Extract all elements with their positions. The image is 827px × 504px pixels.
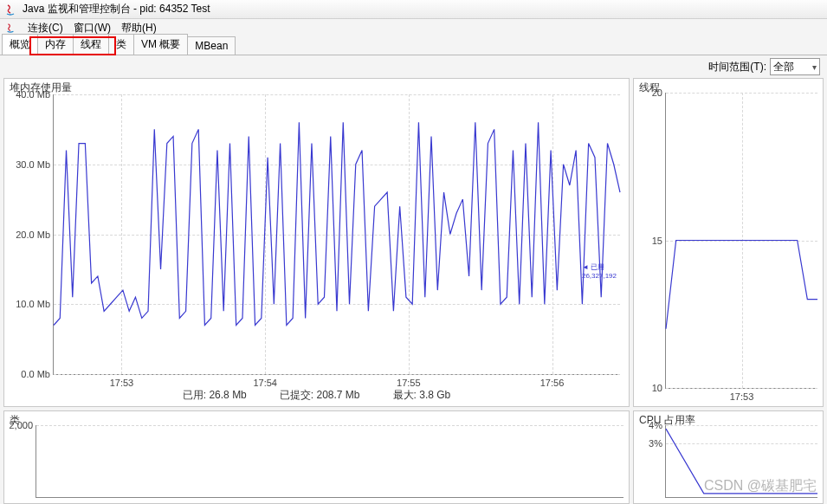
tab-threads[interactable]: 线程 [73, 34, 109, 55]
panel-heap: 堆内存使用量 0.0 Mb10.0 Mb20.0 Mb30.0 Mb40.0 M… [3, 78, 630, 407]
heap-legend: ◄ 已用26,327,192 [582, 262, 617, 280]
heap-committed: 已提交: 208.7 Mb [280, 388, 360, 403]
panel-cpu: CPU 占用率 3%4% [633, 410, 824, 504]
time-range-value: 全部 [773, 60, 794, 74]
title-bar: Java 监视和管理控制台 - pid: 64352 Test [0, 0, 827, 19]
app-icon [3, 21, 17, 35]
tab-classes[interactable]: 类 [108, 34, 134, 55]
heap-used: 已用: 26.8 Mb [183, 388, 247, 403]
panel-classes: 类 2,000 [3, 410, 630, 504]
tab-overview[interactable]: 概览 [2, 34, 38, 55]
chevron-down-icon: ▾ [812, 62, 817, 72]
java-icon [3, 3, 17, 16]
tab-mbean[interactable]: MBean [187, 36, 236, 55]
tab-vm-summary[interactable]: VM 概要 [133, 34, 188, 55]
panel-threads: 线程 10152017:53 [633, 78, 824, 407]
heap-chart: 0.0 Mb10.0 Mb20.0 Mb30.0 Mb40.0 Mb17:531… [53, 94, 620, 375]
heap-stats: 已用: 26.8 Mb 已提交: 208.7 Mb 最大: 3.8 Gb [4, 388, 629, 403]
cpu-chart: 3%4% [665, 425, 817, 498]
threads-chart: 10152017:53 [665, 93, 817, 389]
tab-memory[interactable]: 内存 [37, 34, 74, 55]
toolbar: 时间范围(T): 全部 ▾ [0, 55, 827, 78]
heap-max: 最大: 3.8 Gb [393, 388, 451, 403]
content-grid: 堆内存使用量 0.0 Mb10.0 Mb20.0 Mb30.0 Mb40.0 M… [0, 78, 827, 504]
tab-bar: 概览 内存 线程 类 VM 概要 MBean [0, 36, 827, 55]
classes-chart: 2,000 [36, 425, 623, 498]
window-title: Java 监视和管理控制台 - pid: 64352 Test [23, 2, 210, 16]
time-range-label: 时间范围(T): [708, 60, 766, 74]
time-range-select[interactable]: 全部 ▾ [770, 58, 820, 75]
